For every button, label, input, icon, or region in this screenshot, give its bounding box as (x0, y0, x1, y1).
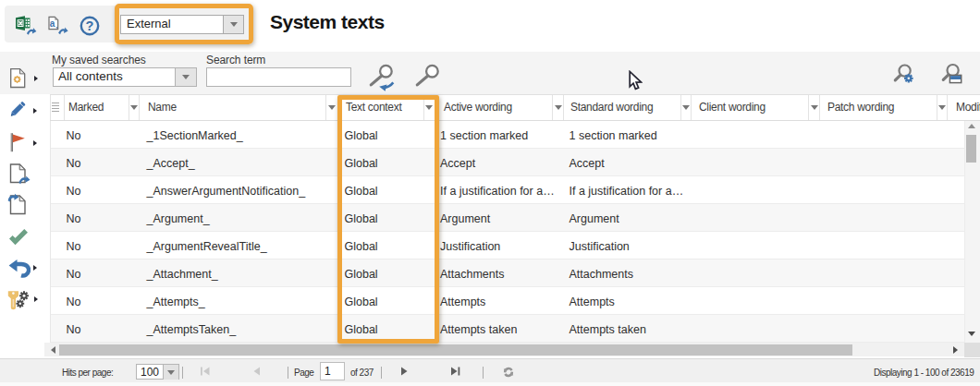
svg-text:?: ? (86, 18, 94, 33)
svg-text:a: a (50, 18, 55, 29)
svg-text:,: , (55, 21, 57, 30)
